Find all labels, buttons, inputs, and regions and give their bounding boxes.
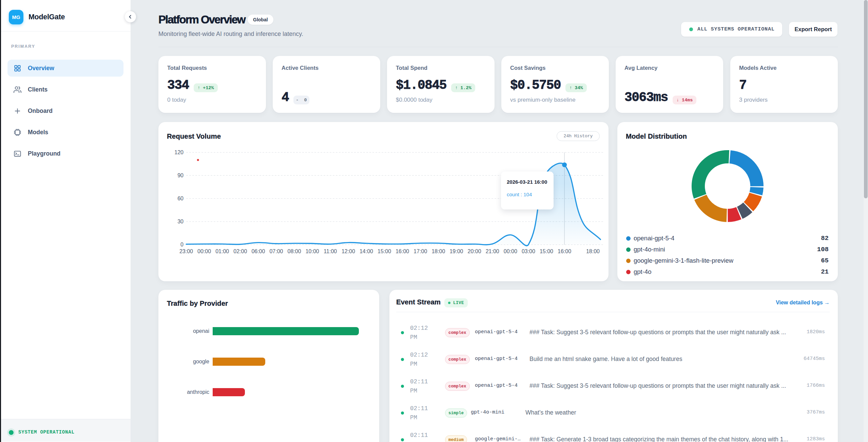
svg-text:17:00: 17:00 xyxy=(413,248,427,254)
svg-text:19:00: 19:00 xyxy=(449,248,463,254)
svg-text:12:00: 12:00 xyxy=(342,248,355,254)
svg-text:16:00: 16:00 xyxy=(558,248,571,254)
svg-text:20:00: 20:00 xyxy=(468,248,481,254)
svg-text:23:00: 23:00 xyxy=(179,248,193,254)
svg-text:60: 60 xyxy=(177,196,184,201)
svg-text:120: 120 xyxy=(174,149,184,155)
svg-text:11:00: 11:00 xyxy=(324,248,337,254)
svg-text:03:00: 03:00 xyxy=(522,248,535,254)
svg-text:06:00: 06:00 xyxy=(251,248,265,254)
svg-text:10:00: 10:00 xyxy=(306,248,319,254)
svg-text:18:00: 18:00 xyxy=(431,248,445,254)
svg-text:30: 30 xyxy=(177,219,184,224)
svg-text:18:00: 18:00 xyxy=(586,248,600,254)
svg-text:08:00: 08:00 xyxy=(288,248,301,254)
svg-text:15:00: 15:00 xyxy=(378,248,391,254)
svg-text:21:00: 21:00 xyxy=(486,248,499,254)
svg-text:14:00: 14:00 xyxy=(360,248,373,254)
svg-text:00:00: 00:00 xyxy=(504,248,517,254)
svg-text:07:00: 07:00 xyxy=(269,248,283,254)
svg-text:00:00: 00:00 xyxy=(197,248,211,254)
svg-text:16:00: 16:00 xyxy=(396,248,409,254)
svg-text:0: 0 xyxy=(180,242,184,247)
svg-text:90: 90 xyxy=(177,173,184,178)
svg-text:02:00: 02:00 xyxy=(233,248,247,254)
svg-text:01:00: 01:00 xyxy=(215,248,229,254)
svg-text:15:00: 15:00 xyxy=(540,248,553,254)
